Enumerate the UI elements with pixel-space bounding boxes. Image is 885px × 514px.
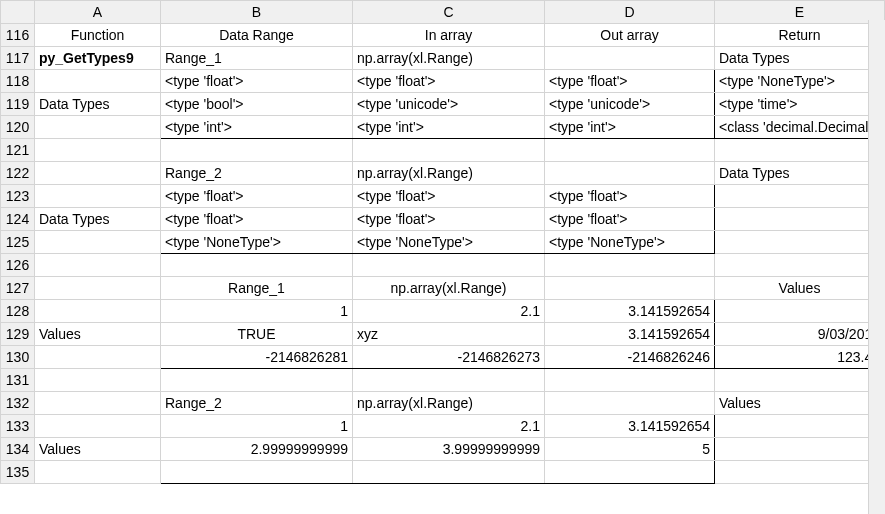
cell-D128[interactable]: 3.141592654 (545, 300, 715, 323)
cell-A128[interactable] (35, 300, 161, 323)
cell-C126[interactable] (353, 254, 545, 277)
cell-B133[interactable]: 1 (161, 415, 353, 438)
cell-E129[interactable]: 9/03/2014 (715, 323, 885, 346)
row-header-134[interactable]: 134 (1, 438, 35, 461)
cell-A123[interactable] (35, 185, 161, 208)
row-header-123[interactable]: 123 (1, 185, 35, 208)
cell-A117[interactable]: py_GetTypes9 (35, 47, 161, 70)
cell-E119[interactable]: <type 'time'> (715, 93, 885, 116)
cell-A124[interactable]: Data Types (35, 208, 161, 231)
cell-B124[interactable]: <type 'float'> (161, 208, 353, 231)
cell-C122[interactable]: np.array(xl.Range) (353, 162, 545, 185)
select-all-corner[interactable] (1, 1, 35, 24)
row-header-131[interactable]: 131 (1, 369, 35, 392)
cell-A133[interactable] (35, 415, 161, 438)
vertical-scrollbar[interactable] (868, 20, 885, 514)
row-header-133[interactable]: 133 (1, 415, 35, 438)
cell-B129[interactable]: TRUE (161, 323, 353, 346)
cell-D131[interactable] (545, 369, 715, 392)
row-header-124[interactable]: 124 (1, 208, 35, 231)
cell-A135[interactable] (35, 461, 161, 484)
cell-A122[interactable] (35, 162, 161, 185)
cell-B134[interactable]: 2.99999999999 (161, 438, 353, 461)
cell-B127[interactable]: Range_1 (161, 277, 353, 300)
cell-A127[interactable] (35, 277, 161, 300)
cell-A120[interactable] (35, 116, 161, 139)
cell-B116[interactable]: Data Range (161, 24, 353, 47)
cell-C120[interactable]: <type 'int'> (353, 116, 545, 139)
cell-C118[interactable]: <type 'float'> (353, 70, 545, 93)
cell-A132[interactable] (35, 392, 161, 415)
row-header-117[interactable]: 117 (1, 47, 35, 70)
cell-B135[interactable] (161, 461, 353, 484)
cell-D130[interactable]: -2146826246 (545, 346, 715, 369)
cell-A126[interactable] (35, 254, 161, 277)
row-header-128[interactable]: 128 (1, 300, 35, 323)
cell-D119[interactable]: <type 'unicode'> (545, 93, 715, 116)
cell-E122[interactable]: Data Types (715, 162, 885, 185)
row-header-126[interactable]: 126 (1, 254, 35, 277)
row-header-130[interactable]: 130 (1, 346, 35, 369)
cell-A116[interactable]: Function (35, 24, 161, 47)
cell-D118[interactable]: <type 'float'> (545, 70, 715, 93)
cell-A134[interactable]: Values (35, 438, 161, 461)
row-header-132[interactable]: 132 (1, 392, 35, 415)
cell-C127[interactable]: np.array(xl.Range) (353, 277, 545, 300)
cell-E126[interactable] (715, 254, 885, 277)
cell-C125[interactable]: <type 'NoneType'> (353, 231, 545, 254)
cell-E132[interactable]: Values (715, 392, 885, 415)
cell-B120[interactable]: <type 'int'> (161, 116, 353, 139)
cell-B122[interactable]: Range_2 (161, 162, 353, 185)
column-header-C[interactable]: C (353, 1, 545, 24)
cell-C121[interactable] (353, 139, 545, 162)
cell-E123[interactable] (715, 185, 885, 208)
cell-A118[interactable] (35, 70, 161, 93)
row-header-116[interactable]: 116 (1, 24, 35, 47)
cell-E131[interactable] (715, 369, 885, 392)
cell-C117[interactable]: np.array(xl.Range) (353, 47, 545, 70)
cell-D117[interactable] (545, 47, 715, 70)
cell-D120[interactable]: <type 'int'> (545, 116, 715, 139)
cell-C134[interactable]: 3.99999999999 (353, 438, 545, 461)
cell-E133[interactable] (715, 415, 885, 438)
cell-E134[interactable] (715, 438, 885, 461)
column-header-A[interactable]: A (35, 1, 161, 24)
column-header-E[interactable]: E (715, 1, 885, 24)
row-header-125[interactable]: 125 (1, 231, 35, 254)
cell-C132[interactable]: np.array(xl.Range) (353, 392, 545, 415)
cell-C135[interactable] (353, 461, 545, 484)
cell-B117[interactable]: Range_1 (161, 47, 353, 70)
row-header-120[interactable]: 120 (1, 116, 35, 139)
cell-D135[interactable] (545, 461, 715, 484)
cell-B131[interactable] (161, 369, 353, 392)
cell-E124[interactable] (715, 208, 885, 231)
cell-B126[interactable] (161, 254, 353, 277)
cell-C133[interactable]: 2.1 (353, 415, 545, 438)
cell-D124[interactable]: <type 'float'> (545, 208, 715, 231)
cell-E130[interactable]: 123.45 (715, 346, 885, 369)
cell-D125[interactable]: <type 'NoneType'> (545, 231, 715, 254)
cell-D122[interactable] (545, 162, 715, 185)
row-header-127[interactable]: 127 (1, 277, 35, 300)
cell-E117[interactable]: Data Types (715, 47, 885, 70)
cell-C130[interactable]: -2146826273 (353, 346, 545, 369)
cell-C129[interactable]: xyz (353, 323, 545, 346)
column-header-D[interactable]: D (545, 1, 715, 24)
cell-D132[interactable] (545, 392, 715, 415)
cell-E135[interactable] (715, 461, 885, 484)
row-header-129[interactable]: 129 (1, 323, 35, 346)
row-header-121[interactable]: 121 (1, 139, 35, 162)
cell-E128[interactable] (715, 300, 885, 323)
cell-B128[interactable]: 1 (161, 300, 353, 323)
cell-E118[interactable]: <type 'NoneType'> (715, 70, 885, 93)
cell-B121[interactable] (161, 139, 353, 162)
cell-A129[interactable]: Values (35, 323, 161, 346)
cell-B125[interactable]: <type 'NoneType'> (161, 231, 353, 254)
cell-E116[interactable]: Return (715, 24, 885, 47)
cell-E121[interactable] (715, 139, 885, 162)
cell-C116[interactable]: In array (353, 24, 545, 47)
cell-D121[interactable] (545, 139, 715, 162)
cell-A125[interactable] (35, 231, 161, 254)
cell-D126[interactable] (545, 254, 715, 277)
cell-A119[interactable]: Data Types (35, 93, 161, 116)
